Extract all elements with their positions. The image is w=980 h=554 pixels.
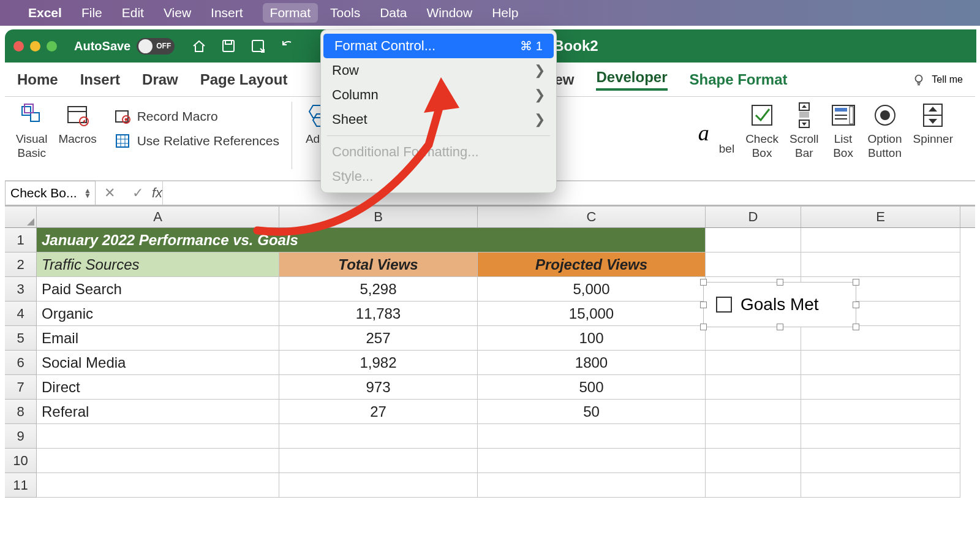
autosave-toggle[interactable]: OFF	[137, 38, 175, 55]
row-11[interactable]: 11	[5, 473, 37, 498]
cell-B10[interactable]	[279, 449, 478, 473]
menu-item-column[interactable]: Column❯	[321, 83, 556, 107]
menu-window[interactable]: Window	[427, 6, 473, 20]
row-8[interactable]: 8	[5, 400, 37, 424]
cell-B8[interactable]: 27	[279, 400, 478, 424]
col-C[interactable]: C	[478, 207, 706, 227]
cell-A6[interactable]: Social Media	[37, 351, 279, 375]
cell-B7[interactable]: 973	[279, 375, 478, 400]
cell-E5[interactable]	[801, 326, 960, 351]
cell-E1[interactable]	[801, 228, 960, 252]
cell-A8[interactable]: Referal	[37, 400, 279, 424]
tab-insert[interactable]: Insert	[80, 71, 120, 88]
cell-B11[interactable]	[279, 473, 478, 498]
row-9[interactable]: 9	[5, 424, 37, 449]
cell-A4[interactable]: Organic	[37, 302, 279, 326]
cell-D6[interactable]	[706, 351, 801, 375]
row-10[interactable]: 10	[5, 449, 37, 473]
cell-A11[interactable]	[37, 473, 279, 498]
undo-icon[interactable]	[279, 37, 296, 55]
form-checkbox-goals-met[interactable]: Goals Met	[703, 282, 856, 327]
option-button-control[interactable]: Option Button	[868, 102, 902, 161]
cell-C6[interactable]: 1800	[478, 351, 706, 375]
cell-E7[interactable]	[801, 375, 960, 400]
cell-B9[interactable]	[279, 424, 478, 449]
select-all-corner[interactable]	[5, 207, 37, 227]
formula-input[interactable]	[162, 181, 975, 205]
tab-shape-format[interactable]: Shape Format	[690, 71, 788, 88]
menu-format[interactable]: Format	[263, 3, 318, 23]
macros-button[interactable]: Macros	[58, 102, 96, 146]
save-icon[interactable]	[220, 37, 237, 55]
col-E[interactable]: E	[801, 207, 960, 227]
menu-app[interactable]: Excel	[28, 6, 62, 20]
record-macro-button[interactable]: Record Macro	[114, 108, 279, 125]
cell-D1[interactable]	[706, 228, 801, 252]
col-D[interactable]: D	[706, 207, 801, 227]
col-A[interactable]: A	[37, 207, 279, 227]
checkbox-control-button[interactable]: Check Box	[745, 102, 778, 161]
cell-B2[interactable]: Total Views	[279, 252, 478, 277]
menu-insert[interactable]: Insert	[211, 6, 243, 20]
cell-E2[interactable]	[801, 252, 960, 277]
cell-C7[interactable]: 500	[478, 375, 706, 400]
cell-C3[interactable]: 5,000	[478, 277, 706, 302]
tab-partial[interactable]: ew	[554, 71, 574, 88]
cancel-formula-icon[interactable]: ✕	[104, 185, 115, 201]
tab-home[interactable]: Home	[17, 71, 58, 88]
tab-page-layout[interactable]: Page Layout	[200, 71, 288, 88]
name-box[interactable]: Check Bo... ▲▼	[5, 181, 96, 205]
row-5[interactable]: 5	[5, 326, 37, 351]
close-button[interactable]	[13, 41, 24, 51]
menu-item-format-control[interactable]: Format Control... ⌘ 1	[323, 34, 554, 58]
cell-A7[interactable]: Direct	[37, 375, 279, 400]
tab-developer[interactable]: Developer	[596, 69, 667, 91]
listbox-control-button[interactable]: List Box	[830, 102, 857, 161]
cell-B3[interactable]: 5,298	[279, 277, 478, 302]
cell-E6[interactable]	[801, 351, 960, 375]
namebox-stepper-icon[interactable]: ▲▼	[84, 188, 91, 198]
cell-C2[interactable]: Projected Views	[478, 252, 706, 277]
cell-E8[interactable]	[801, 400, 960, 424]
checkbox-icon[interactable]	[716, 297, 732, 313]
maximize-button[interactable]	[47, 41, 57, 51]
cell-E11[interactable]	[801, 473, 960, 498]
cell-C10[interactable]	[478, 449, 706, 473]
row-7[interactable]: 7	[5, 375, 37, 400]
cell-E10[interactable]	[801, 449, 960, 473]
cell-A2[interactable]: Traffic Sources	[37, 252, 279, 277]
row-2[interactable]: 2	[5, 252, 37, 277]
cell-D7[interactable]	[706, 375, 801, 400]
minimize-button[interactable]	[30, 41, 40, 51]
tab-draw[interactable]: Draw	[142, 71, 178, 88]
menu-edit[interactable]: Edit	[122, 6, 144, 20]
visual-basic-button[interactable]: Visual Basic	[16, 102, 47, 161]
cell-A5[interactable]: Email	[37, 326, 279, 351]
cell-D11[interactable]	[706, 473, 801, 498]
cell-D10[interactable]	[706, 449, 801, 473]
cell-C8[interactable]: 50	[478, 400, 706, 424]
menu-view[interactable]: View	[164, 6, 191, 20]
cell-B5[interactable]: 257	[279, 326, 478, 351]
menu-file[interactable]: File	[81, 6, 102, 20]
cell-D2[interactable]	[706, 252, 801, 277]
cell-A10[interactable]	[37, 449, 279, 473]
menu-help[interactable]: Help	[492, 6, 518, 20]
cell-C4[interactable]: 15,000	[478, 302, 706, 326]
col-B[interactable]: B	[279, 207, 478, 227]
use-relative-refs-button[interactable]: Use Relative References	[114, 132, 279, 150]
cell-B6[interactable]: 1,982	[279, 351, 478, 375]
scrollbar-control-button[interactable]: Scroll Bar	[790, 102, 819, 161]
cell-B4[interactable]: 11,783	[279, 302, 478, 326]
row-1[interactable]: 1	[5, 228, 37, 252]
cell-A1[interactable]: January 2022 Performance vs. Goals	[37, 228, 706, 252]
fx-icon[interactable]: fx	[152, 185, 162, 201]
spinner-control-button[interactable]: Spinner	[913, 102, 954, 146]
accept-formula-icon[interactable]: ✓	[132, 185, 143, 201]
row-4[interactable]: 4	[5, 302, 37, 326]
cell-C5[interactable]: 100	[478, 326, 706, 351]
save-as-icon[interactable]	[249, 37, 266, 55]
home-icon[interactable]	[190, 37, 208, 55]
cell-D8[interactable]	[706, 400, 801, 424]
row-6[interactable]: 6	[5, 351, 37, 375]
